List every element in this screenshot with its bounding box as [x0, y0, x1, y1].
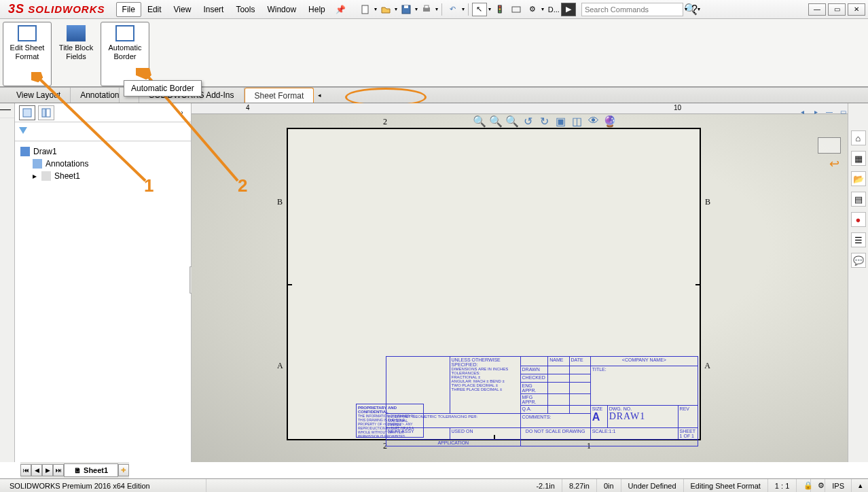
- menu-view[interactable]: View: [168, 2, 198, 17]
- zoom-area-icon[interactable]: 🔍: [488, 114, 503, 128]
- status-bar: SOLIDWORKS Premium 2016 x64 Edition -2.1…: [0, 478, 868, 492]
- restore-button[interactable]: ▭: [828, 3, 846, 16]
- back-arrow-icon[interactable]: ↩: [829, 156, 839, 171]
- options-text: D...: [545, 5, 560, 14]
- sheet-prev-button[interactable]: ◀: [31, 464, 42, 476]
- help-button[interactable]: ?: [691, 3, 698, 16]
- minimap[interactable]: [818, 137, 841, 154]
- zoom-prev-icon[interactable]: 🔍: [505, 114, 520, 128]
- open-button[interactable]: [378, 3, 393, 16]
- edit-sheet-format-icon: [18, 25, 37, 41]
- status-y: 8.27in: [562, 479, 597, 492]
- menu-tools[interactable]: Tools: [230, 2, 261, 17]
- drawing-sheet[interactable]: B B A A 2 2 1 PROPRIETARY AND CONFIDENTI…: [287, 128, 701, 440]
- menu-file[interactable]: File: [116, 2, 141, 17]
- gutter-item[interactable]: —: [0, 103, 14, 118]
- options-button[interactable]: ⚙: [525, 3, 540, 16]
- section-icon[interactable]: ▣: [554, 114, 568, 128]
- menu-help[interactable]: Help: [302, 2, 331, 17]
- zone-a-left: A: [277, 361, 283, 371]
- status-scale[interactable]: 1 : 1: [768, 479, 797, 492]
- menu-insert[interactable]: Insert: [197, 2, 230, 17]
- status-z: 0in: [597, 479, 621, 492]
- add-sheet-button[interactable]: ✚: [118, 464, 129, 476]
- funnel-icon: [19, 127, 27, 134]
- view-palette-icon[interactable]: ▤: [851, 192, 866, 207]
- home-icon[interactable]: ⌂: [851, 130, 866, 145]
- drawing-icon: [20, 147, 30, 156]
- callout-2: 2: [238, 175, 247, 196]
- close-button[interactable]: ✕: [848, 3, 865, 16]
- quick-access-toolbar: ▾ ▾ ▾ ▾ ↶▾ ↖▾ 🚦 ⚙▾ D... ▶: [358, 3, 576, 16]
- sheet-first-button[interactable]: ⏮: [20, 464, 31, 476]
- status-lock-icon[interactable]: 🔒: [797, 479, 811, 492]
- rebuild-button[interactable]: 🚦: [492, 3, 507, 16]
- status-units[interactable]: IPS: [825, 479, 852, 492]
- doc-next-icon[interactable]: ▸: [810, 106, 822, 117]
- title-block[interactable]: UNLESS OTHERWISE SPECIFIED: DIMENSIONS A…: [386, 356, 698, 438]
- status-mode: Editing Sheet Format: [684, 479, 768, 492]
- sheet-next-button[interactable]: ▶: [42, 464, 53, 476]
- automatic-border-icon: [115, 25, 134, 41]
- graphics-area[interactable]: 4 10 🔍 🔍 🔍 ↺ ↻ ▣ ◫ 👁 🔮 ◂ ▸ — ▭ ✕ ↩ B B A: [192, 103, 868, 462]
- svg-rect-5: [512, 7, 520, 12]
- zoom-fit-icon[interactable]: 🔍: [472, 114, 487, 128]
- menubar: File Edit View Insert Tools Window Help: [116, 2, 331, 17]
- display-style-icon[interactable]: ◫: [570, 114, 585, 128]
- task-toggle-button[interactable]: ▶: [561, 3, 576, 16]
- menu-edit[interactable]: Edit: [141, 2, 168, 17]
- sheet-tabs: ⏮ ◀ ▶ ⏭ 🗎 Sheet1 ✚: [20, 462, 129, 478]
- zone-b-right: B: [705, 197, 710, 207]
- doc-min-icon[interactable]: —: [823, 106, 835, 117]
- undo-button[interactable]: ↶: [446, 3, 460, 16]
- rotate-icon[interactable]: ↺: [521, 114, 536, 128]
- redo-view-icon[interactable]: ↻: [537, 114, 552, 128]
- hide-show-icon[interactable]: 👁: [586, 114, 601, 128]
- zone-b-left: B: [277, 197, 283, 207]
- forum-icon[interactable]: 💬: [851, 253, 866, 268]
- callout-1: 1: [144, 175, 153, 196]
- doc-prev-icon[interactable]: ◂: [796, 106, 808, 117]
- pin-icon[interactable]: 📌: [331, 5, 350, 14]
- heads-up-view-toolbar: 🔍 🔍 🔍 ↺ ↻ ▣ ◫ 👁 🔮: [471, 113, 619, 129]
- zone-a-right: A: [704, 361, 710, 371]
- app-logo: 3S SOLIDWORKS: [3, 2, 111, 16]
- sheet-last-button[interactable]: ⏭: [53, 464, 64, 476]
- tab-overflow-icon[interactable]: ◂: [314, 89, 325, 101]
- resources-icon[interactable]: ▦: [851, 151, 866, 166]
- window-controls: — ▭ ✕: [806, 3, 865, 16]
- status-defined: Under Defined: [621, 479, 684, 492]
- titlebar: 3S SOLIDWORKS File Edit View Insert Tool…: [0, 0, 868, 19]
- appearance-icon[interactable]: 🔮: [602, 114, 617, 128]
- title-block-icon: [67, 25, 86, 41]
- status-edition: SOLIDWORKS Premium 2016 x64 Edition: [3, 479, 206, 492]
- search-input[interactable]: [582, 5, 681, 14]
- svg-rect-2: [404, 5, 408, 8]
- menu-window[interactable]: Window: [261, 2, 302, 17]
- left-gutter: —: [0, 103, 15, 462]
- save-button[interactable]: [399, 3, 414, 16]
- status-x: -2.1in: [529, 479, 562, 492]
- task-pane-strip: ⌂ ▦ 📂 ▤ ● ☰ 💬: [848, 103, 868, 462]
- options-link-button[interactable]: [509, 3, 524, 16]
- svg-rect-0: [362, 5, 368, 14]
- sheet-tab-sheet1[interactable]: 🗎 Sheet1: [64, 463, 118, 477]
- status-expand-icon[interactable]: ▴: [852, 479, 865, 492]
- custom-props-icon[interactable]: ☰: [851, 232, 866, 247]
- tooltip-automatic-border: Automatic Border: [124, 80, 202, 96]
- zone-2-top: 2: [383, 117, 387, 127]
- minimize-button[interactable]: —: [808, 3, 826, 16]
- svg-rect-6: [23, 109, 31, 117]
- select-button[interactable]: ↖: [472, 3, 487, 16]
- print-button[interactable]: [419, 3, 434, 16]
- status-flag-icon[interactable]: ⚙: [811, 479, 825, 492]
- file-explorer-icon[interactable]: 📂: [851, 171, 866, 186]
- appearances-icon[interactable]: ●: [851, 212, 866, 227]
- new-doc-button[interactable]: [358, 3, 373, 16]
- search-commands[interactable]: 🔍: [581, 3, 683, 16]
- svg-rect-4: [424, 5, 429, 8]
